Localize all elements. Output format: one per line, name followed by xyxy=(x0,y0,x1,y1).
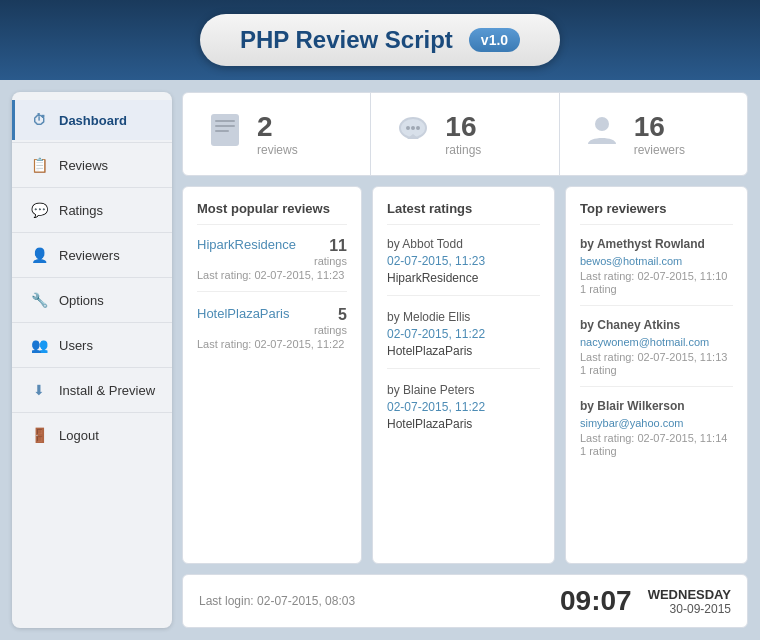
reviewer-rating-count: 1 rating xyxy=(580,364,733,376)
reviewers-label: reviewers xyxy=(634,143,685,157)
review-meta: Last rating: 02-07-2015, 11:23 xyxy=(197,269,347,281)
nav-label-options: Options xyxy=(59,293,104,308)
rating-time-link[interactable]: 02-07-2015, 11:22 xyxy=(387,400,485,414)
svg-point-8 xyxy=(416,126,420,130)
stat-reviews-info: 2 reviews xyxy=(257,111,298,157)
reviewer-by: by Amethyst Rowland xyxy=(580,237,733,251)
reviews-icon xyxy=(207,112,243,156)
review-name-link[interactable]: HotelPlazaParis xyxy=(197,306,290,321)
stats-row: 2 reviews 16 ratings xyxy=(182,92,748,176)
review-rating-count: 5 ratings xyxy=(314,306,347,336)
ratings-count: 16 xyxy=(445,111,481,143)
stat-ratings: 16 ratings xyxy=(371,93,559,175)
rating-by: by Melodie Ellis xyxy=(387,310,540,324)
sidebar-item-users[interactable]: 👥Users xyxy=(12,325,172,365)
reviewer-rating-count: 1 rating xyxy=(580,283,733,295)
popular-review-item: HiparkResidence 11 ratings Last rating: … xyxy=(197,237,347,292)
latest-rating-item: by Abbot Todd 02-07-2015, 11:23 HiparkRe… xyxy=(387,237,540,296)
svg-point-7 xyxy=(411,126,415,130)
clock-date-val: 30-09-2015 xyxy=(648,602,731,616)
app-header: PHP Review Script v1.0 xyxy=(0,0,760,80)
sidebar-item-reviewers[interactable]: 👤Reviewers xyxy=(12,235,172,275)
reviewers-icon xyxy=(584,112,620,156)
stat-ratings-info: 16 ratings xyxy=(445,111,481,157)
svg-point-6 xyxy=(406,126,410,130)
reviewer-email-link[interactable]: simybar@yahoo.com xyxy=(580,417,683,429)
reviewer-last-rating: Last rating: 02-07-2015, 11:10 xyxy=(580,270,733,282)
svg-point-9 xyxy=(595,117,609,131)
top-reviewers-panel: Top reviewers by Amethyst Rowland bewos@… xyxy=(565,186,748,564)
reviewer-by: by Blair Wilkerson xyxy=(580,399,733,413)
top-reviewer-item: by Blair Wilkerson simybar@yahoo.com Las… xyxy=(580,399,733,467)
svg-rect-1 xyxy=(215,120,235,122)
reviewer-email-link[interactable]: bewos@hotmail.com xyxy=(580,255,682,267)
main-container: ⏱Dashboard📋Reviews💬Ratings👤Reviewers🔧Opt… xyxy=(0,80,760,640)
reviewer-by: by Chaney Atkins xyxy=(580,318,733,332)
stat-reviews: 2 reviews xyxy=(183,93,371,175)
stat-reviewers: 16 reviewers xyxy=(560,93,747,175)
reviewers-count: 16 xyxy=(634,111,685,143)
nav-label-ratings: Ratings xyxy=(59,203,103,218)
nav-icon-install-preview: ⬇ xyxy=(29,380,49,400)
popular-reviews-panel: Most popular reviews HiparkResidence 11 … xyxy=(182,186,362,564)
header-pill: PHP Review Script v1.0 xyxy=(200,14,560,66)
sidebar-item-dashboard[interactable]: ⏱Dashboard xyxy=(12,100,172,140)
last-login: Last login: 02-07-2015, 08:03 xyxy=(199,594,355,608)
nav-label-reviews: Reviews xyxy=(59,158,108,173)
sidebar-item-logout[interactable]: 🚪Logout xyxy=(12,415,172,455)
reviews-label: reviews xyxy=(257,143,298,157)
nav-icon-logout: 🚪 xyxy=(29,425,49,445)
nav-label-reviewers: Reviewers xyxy=(59,248,120,263)
reviews-count: 2 xyxy=(257,111,298,143)
rating-subject: HotelPlazaParis xyxy=(387,417,540,431)
popular-review-item: HotelPlazaParis 5 ratings Last rating: 0… xyxy=(197,306,347,360)
svg-rect-2 xyxy=(215,125,235,127)
rating-subject: HotelPlazaParis xyxy=(387,344,540,358)
nav-label-dashboard: Dashboard xyxy=(59,113,127,128)
reviewer-rating-count: 1 rating xyxy=(580,445,733,457)
stat-reviewers-info: 16 reviewers xyxy=(634,111,685,157)
nav-icon-reviews: 📋 xyxy=(29,155,49,175)
ratings-icon xyxy=(395,112,431,156)
top-reviewer-item: by Chaney Atkins nacywonem@hotmail.com L… xyxy=(580,318,733,387)
latest-ratings-list: by Abbot Todd 02-07-2015, 11:23 HiparkRe… xyxy=(387,237,540,441)
rating-time-link[interactable]: 02-07-2015, 11:22 xyxy=(387,327,485,341)
latest-rating-item: by Blaine Peters 02-07-2015, 11:22 Hotel… xyxy=(387,383,540,441)
review-meta: Last rating: 02-07-2015, 11:22 xyxy=(197,338,347,350)
popular-reviews-title: Most popular reviews xyxy=(197,201,347,225)
popular-reviews-list: HiparkResidence 11 ratings Last rating: … xyxy=(197,237,347,360)
version-badge: v1.0 xyxy=(469,28,520,52)
reviewer-email-link[interactable]: nacywonem@hotmail.com xyxy=(580,336,709,348)
clock-section: 09:07 WEDNESDAY 30-09-2015 xyxy=(560,585,731,617)
latest-rating-item: by Melodie Ellis 02-07-2015, 11:22 Hotel… xyxy=(387,310,540,369)
svg-rect-3 xyxy=(215,130,229,132)
nav-icon-ratings: 💬 xyxy=(29,200,49,220)
content-area: 2 reviews 16 ratings xyxy=(182,92,748,628)
sidebar-item-options[interactable]: 🔧Options xyxy=(12,280,172,320)
latest-ratings-panel: Latest ratings by Abbot Todd 02-07-2015,… xyxy=(372,186,555,564)
sidebar-item-ratings[interactable]: 💬Ratings xyxy=(12,190,172,230)
review-rating-count: 11 ratings xyxy=(314,237,347,267)
reviewer-last-rating: Last rating: 02-07-2015, 11:14 xyxy=(580,432,733,444)
nav-icon-dashboard: ⏱ xyxy=(29,110,49,130)
top-reviewers-title: Top reviewers xyxy=(580,201,733,225)
nav-icon-reviewers: 👤 xyxy=(29,245,49,265)
latest-ratings-title: Latest ratings xyxy=(387,201,540,225)
nav-label-users: Users xyxy=(59,338,93,353)
panels-row: Most popular reviews HiparkResidence 11 … xyxy=(182,186,748,564)
nav-label-logout: Logout xyxy=(59,428,99,443)
top-reviewer-item: by Amethyst Rowland bewos@hotmail.com La… xyxy=(580,237,733,306)
nav-icon-options: 🔧 xyxy=(29,290,49,310)
footer-bar: Last login: 02-07-2015, 08:03 09:07 WEDN… xyxy=(182,574,748,628)
clock-time: 09:07 xyxy=(560,585,632,617)
rating-by: by Abbot Todd xyxy=(387,237,540,251)
review-name-link[interactable]: HiparkResidence xyxy=(197,237,296,252)
rating-time-link[interactable]: 02-07-2015, 11:23 xyxy=(387,254,485,268)
rating-by: by Blaine Peters xyxy=(387,383,540,397)
sidebar-item-reviews[interactable]: 📋Reviews xyxy=(12,145,172,185)
clock-day: WEDNESDAY xyxy=(648,587,731,602)
sidebar-item-install-preview[interactable]: ⬇Install & Preview xyxy=(12,370,172,410)
rating-subject: HiparkResidence xyxy=(387,271,540,285)
reviewer-last-rating: Last rating: 02-07-2015, 11:13 xyxy=(580,351,733,363)
app-title: PHP Review Script xyxy=(240,26,453,54)
